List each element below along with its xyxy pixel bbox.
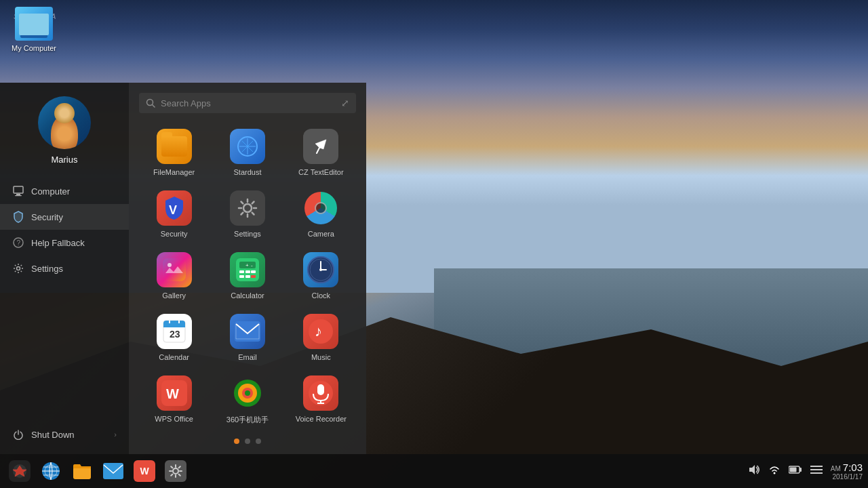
question-icon: ?	[12, 237, 24, 249]
filemanager-icon	[157, 129, 192, 164]
app-label-cztexteditor: CZ TextEditor	[298, 168, 343, 176]
svg-line-7	[153, 105, 155, 108]
app-label-stardust: Stardust	[234, 168, 262, 176]
app-item-voicerecorder[interactable]: Voice Recorder	[286, 370, 356, 430]
app-item-settings[interactable]: Settings	[212, 185, 282, 243]
sidebar-item-help-label: Help Fallback	[31, 238, 85, 248]
app-item-filemanager[interactable]: FileManager	[139, 123, 209, 182]
app-item-wpsoffice[interactable]: W WPS Office	[139, 370, 209, 430]
app-label-360: 360手机助手	[226, 415, 269, 425]
svg-rect-17	[239, 270, 244, 273]
360-icon	[230, 375, 265, 411]
sidebar-item-security-label: Security	[31, 212, 63, 222]
app-item-clock[interactable]: Clock	[286, 247, 356, 305]
email-icon	[230, 314, 265, 349]
svg-point-29	[319, 268, 322, 271]
app-label-security: Security	[161, 230, 188, 238]
battery-icon[interactable]	[789, 465, 802, 477]
settings-taskbar-icon	[165, 460, 186, 482]
cztexteditor-icon	[303, 129, 338, 164]
desktop-icon-mycomputer[interactable]: My Computer	[7, 7, 61, 52]
taskbar: W	[0, 454, 868, 488]
sidebar-item-security[interactable]: Security	[0, 204, 129, 230]
page-dot-2[interactable]	[245, 439, 250, 444]
svg-text:V: V	[169, 203, 177, 217]
calculator-icon: - +	[230, 252, 265, 287]
svg-rect-18	[245, 270, 250, 273]
sidebar-item-computer-label: Computer	[31, 186, 70, 197]
taskbar-app-mail[interactable]	[99, 457, 127, 485]
taskbar-app-files[interactable]	[68, 457, 96, 485]
user-name: Marius	[51, 155, 77, 165]
app-label-settings: Settings	[234, 230, 261, 238]
app-item-360[interactable]: 360手机助手	[212, 370, 282, 430]
gear-icon	[12, 262, 24, 274]
svg-rect-22	[251, 275, 256, 278]
svg-rect-61	[800, 468, 802, 472]
app-label-wpsoffice: WPS Office	[155, 415, 193, 423]
app-item-cztexteditor[interactable]: CZ TextEditor	[286, 123, 356, 182]
sidebar-item-help[interactable]: ? Help Fallback	[0, 230, 129, 256]
sidebar-item-computer[interactable]: Computer	[0, 178, 129, 204]
taskbar-app-wps[interactable]: W	[130, 457, 159, 485]
app-item-security[interactable]: V Security	[139, 185, 209, 243]
wifi-icon[interactable]	[768, 464, 781, 479]
svg-point-44	[245, 390, 250, 396]
desktop-icon-label: My Computer	[12, 44, 56, 52]
menu-lines-icon[interactable]	[810, 465, 823, 477]
taskbar-app-browser[interactable]	[37, 457, 65, 485]
app-item-stardust[interactable]: Stardust	[212, 123, 282, 182]
svg-point-58	[773, 472, 775, 474]
svg-text:♪: ♪	[315, 323, 322, 340]
volume-icon[interactable]	[748, 464, 760, 479]
app-grid: ⤢ FileManager	[129, 83, 366, 454]
svg-text:+: +	[245, 262, 249, 268]
search-input[interactable]	[161, 98, 336, 108]
sidebar-item-settings[interactable]: Settings	[0, 256, 129, 281]
app-label-calculator: Calculator	[231, 291, 264, 300]
svg-rect-19	[251, 270, 256, 273]
taskbar-right: AM 7:03 2016/1/17	[748, 462, 863, 481]
expand-icon[interactable]: ⤢	[341, 98, 349, 108]
clock-date: 2016/1/17	[831, 473, 863, 481]
svg-rect-21	[245, 275, 250, 278]
svg-rect-1	[16, 194, 20, 195]
sidebar-item-settings-label: Settings	[31, 264, 63, 274]
security-app-icon: V	[157, 190, 192, 226]
sidebar-item-shutdown[interactable]: Shut Down ›	[0, 422, 129, 447]
apps-grid: FileManager Stardust	[139, 123, 356, 430]
app-label-music: Music	[311, 353, 331, 361]
voicerecorder-icon	[303, 375, 338, 411]
taskbar-clock: AM 7:03 2016/1/17	[831, 462, 863, 481]
wps-taskbar-icon: W	[134, 460, 155, 482]
calendar-icon: 23	[157, 314, 192, 349]
app-item-camera[interactable]: Camera	[286, 185, 356, 243]
settings-app-icon	[230, 190, 265, 226]
sidebar: Marius Computer Security	[0, 83, 129, 454]
page-dot-1[interactable]	[234, 439, 239, 444]
start-menu: Marius Computer Security	[0, 83, 366, 454]
app-item-calculator[interactable]: - + Calculator	[212, 247, 282, 305]
svg-rect-56	[103, 463, 123, 479]
svg-point-12	[243, 204, 252, 212]
taskbar-app-settings[interactable]	[161, 457, 190, 485]
app-item-gallery[interactable]: Gallery	[139, 247, 209, 305]
svg-point-5	[17, 267, 20, 270]
app-label-calendar: Calendar	[159, 353, 189, 361]
power-icon	[12, 428, 24, 441]
svg-rect-2	[15, 195, 22, 196]
app-label-gallery: Gallery	[162, 291, 186, 300]
app-item-email[interactable]: Email	[212, 308, 282, 367]
browser-icon	[40, 460, 62, 482]
taskbar-app-launcher[interactable]	[5, 457, 34, 485]
svg-rect-20	[239, 275, 244, 278]
app-label-clock: Clock	[312, 291, 331, 300]
app-item-music[interactable]: ♪ Music	[286, 308, 356, 367]
svg-rect-60	[789, 468, 796, 472]
app-item-calendar[interactable]: 23 Calendar	[139, 308, 209, 367]
search-bar: ⤢	[139, 93, 356, 113]
svg-text:-: -	[251, 262, 253, 268]
app-label-email: Email	[238, 353, 257, 361]
page-dot-3[interactable]	[256, 439, 261, 444]
search-icon	[146, 98, 155, 108]
